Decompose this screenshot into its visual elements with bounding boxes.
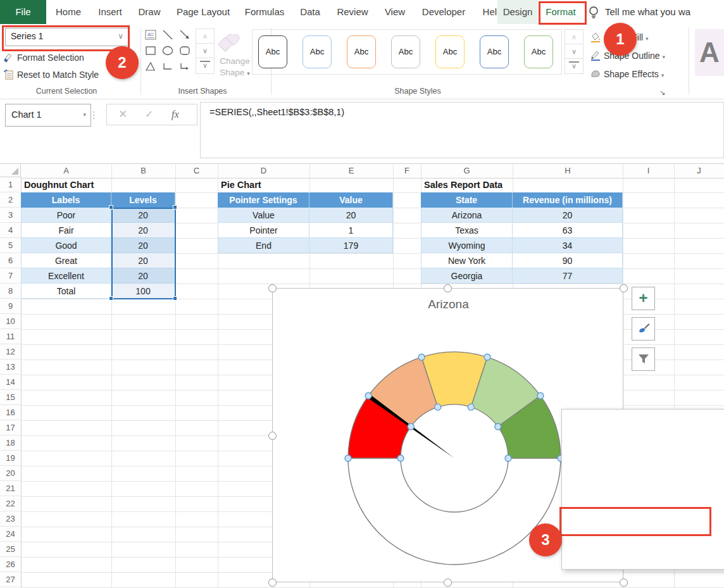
- gallery-more-button[interactable]: ∨: [565, 58, 584, 74]
- sales-header-0[interactable]: State: [421, 192, 513, 208]
- column-header-E[interactable]: E: [309, 163, 394, 178]
- doughnut-cell[interactable]: Poor: [21, 208, 111, 223]
- pie-cell[interactable]: Value: [218, 208, 309, 223]
- column-header-J[interactable]: J: [674, 163, 724, 178]
- sales-cell[interactable]: Georgia: [421, 268, 513, 284]
- shape-style-thumbnail-6[interactable]: Abc: [480, 35, 509, 68]
- chart-resize-handle[interactable]: [268, 432, 277, 440]
- sales-header-1[interactable]: Revenue (in millions): [513, 192, 623, 208]
- range-fill-handle[interactable]: [173, 296, 177, 301]
- tab-data[interactable]: Data: [294, 0, 327, 24]
- doughnut-cell[interactable]: Great: [21, 253, 111, 268]
- chart-resize-handle[interactable]: [268, 579, 277, 587]
- row-header-7[interactable]: 7: [0, 268, 22, 284]
- pie-cell[interactable]: 1: [309, 223, 393, 238]
- row-header-15[interactable]: 15: [0, 390, 22, 405]
- row-header-17[interactable]: 17: [0, 420, 22, 435]
- chart-title[interactable]: Arizona: [273, 297, 624, 311]
- pie-cell[interactable]: Pointer: [218, 223, 309, 238]
- elbow-connector-icon[interactable]: [161, 60, 177, 75]
- doughnut-cell[interactable]: Fair: [21, 223, 111, 238]
- column-header-I[interactable]: I: [623, 163, 675, 178]
- chart-filters-button[interactable]: [632, 347, 655, 371]
- row-header-10[interactable]: 10: [0, 314, 22, 329]
- row-header-26[interactable]: 26: [0, 557, 22, 572]
- sales-cell[interactable]: 63: [513, 223, 623, 238]
- row-header-13[interactable]: 13: [0, 360, 22, 375]
- rectangle-shape-icon[interactable]: [144, 44, 159, 59]
- chart-resize-handle[interactable]: [620, 284, 628, 292]
- row-header-9[interactable]: 9: [0, 299, 22, 314]
- sales-cell[interactable]: Wyoming: [421, 238, 513, 253]
- row-header-11[interactable]: 11: [0, 329, 22, 344]
- row-header-25[interactable]: 25: [0, 542, 22, 557]
- text-box-icon[interactable]: A: [144, 28, 159, 43]
- gauge-bottom-outer-arc[interactable]: [348, 458, 561, 565]
- row-header-4[interactable]: 4: [0, 223, 22, 238]
- shape-style-thumbnail-1[interactable]: Abc: [258, 35, 287, 68]
- shape-style-thumbnail-3[interactable]: Abc: [347, 35, 376, 68]
- column-header-B[interactable]: B: [111, 163, 176, 178]
- row-header-18[interactable]: 18: [0, 435, 22, 451]
- chart-resize-handle[interactable]: [444, 579, 452, 587]
- column-header-F[interactable]: F: [393, 163, 421, 178]
- row-header-2[interactable]: 2: [0, 192, 22, 208]
- format-selection-button[interactable]: Format Selection: [4, 51, 84, 65]
- sales-cell[interactable]: 90: [513, 253, 623, 268]
- line-shape-icon[interactable]: [161, 28, 177, 43]
- name-box-resizer[interactable]: ⋮: [89, 106, 96, 124]
- tell-me-box[interactable]: Tell me what you wa: [605, 0, 690, 24]
- tab-home[interactable]: Home: [49, 0, 88, 24]
- pie-cell[interactable]: End: [218, 238, 309, 253]
- row-header-5[interactable]: 5: [0, 238, 22, 253]
- name-box[interactable]: Chart 1 ▾: [5, 104, 91, 127]
- sales-cell[interactable]: 77: [513, 268, 623, 284]
- column-header-D[interactable]: D: [218, 163, 310, 178]
- row-header-16[interactable]: 16: [0, 405, 22, 420]
- range-handle[interactable]: [109, 296, 113, 301]
- gallery-scroll-down-button[interactable]: ∨: [565, 44, 584, 59]
- oval-shape-icon[interactable]: [161, 44, 177, 59]
- freeform-shape-icon[interactable]: [144, 60, 159, 75]
- row-header-21[interactable]: 21: [0, 481, 22, 496]
- gallery-scroll-up-button[interactable]: ∧: [565, 29, 584, 45]
- gauge-bottom-inner-arc[interactable]: [401, 458, 508, 512]
- pie-table-title[interactable]: Pie Chart: [218, 177, 396, 192]
- doughnut-table-title[interactable]: Doughnut Chart: [21, 177, 178, 192]
- sales-cell[interactable]: New York: [421, 253, 513, 268]
- row-header-3[interactable]: 3: [0, 208, 22, 223]
- row-header-1[interactable]: 1: [0, 177, 22, 192]
- tab-insert[interactable]: Insert: [91, 0, 130, 24]
- wordart-style-sample[interactable]: A: [695, 29, 724, 76]
- pie-cell[interactable]: 179: [309, 238, 393, 253]
- row-header-8[interactable]: 8: [0, 284, 22, 299]
- tab-file[interactable]: File: [0, 0, 46, 24]
- pie-header-1[interactable]: Value: [309, 192, 393, 208]
- sales-table-title[interactable]: Sales Report Data: [421, 177, 626, 192]
- pie-cell[interactable]: 20: [309, 208, 393, 223]
- row-header-24[interactable]: 24: [0, 527, 22, 542]
- shape-style-thumbnail-4[interactable]: Abc: [391, 35, 420, 68]
- sales-cell[interactable]: 20: [513, 208, 623, 223]
- formula-input[interactable]: =SERIES(,,Sheet1!$B$3:$B$8,1): [200, 102, 724, 158]
- doughnut-header-1[interactable]: Levels: [111, 192, 175, 208]
- doughnut-header-0[interactable]: Labels: [21, 192, 111, 208]
- doughnut-cell[interactable]: Excellent: [21, 268, 111, 284]
- reset-to-match-style-button[interactable]: Reset to Match Style: [4, 68, 99, 82]
- tab-formulas[interactable]: Formulas: [239, 0, 290, 24]
- arrow-shape-icon[interactable]: [178, 28, 194, 43]
- chart-resize-handle[interactable]: [444, 284, 452, 292]
- range-handle[interactable]: [173, 205, 177, 210]
- row-header-19[interactable]: 19: [0, 451, 22, 466]
- enter-icon[interactable]: ✓: [145, 104, 153, 125]
- row-header-27[interactable]: 27: [0, 572, 22, 587]
- chart-resize-handle[interactable]: [268, 284, 277, 292]
- pie-header-0[interactable]: Pointer Settings: [218, 192, 309, 208]
- selected-range-b3-b8[interactable]: [111, 208, 176, 299]
- column-header-C[interactable]: C: [175, 163, 218, 178]
- shape-effects-button[interactable]: Shape Effects ▾: [590, 67, 664, 81]
- select-all-button[interactable]: [0, 163, 21, 177]
- tab-view[interactable]: View: [378, 0, 411, 24]
- elbow-arrow-connector-icon[interactable]: [178, 60, 194, 75]
- sales-cell[interactable]: Texas: [421, 223, 513, 238]
